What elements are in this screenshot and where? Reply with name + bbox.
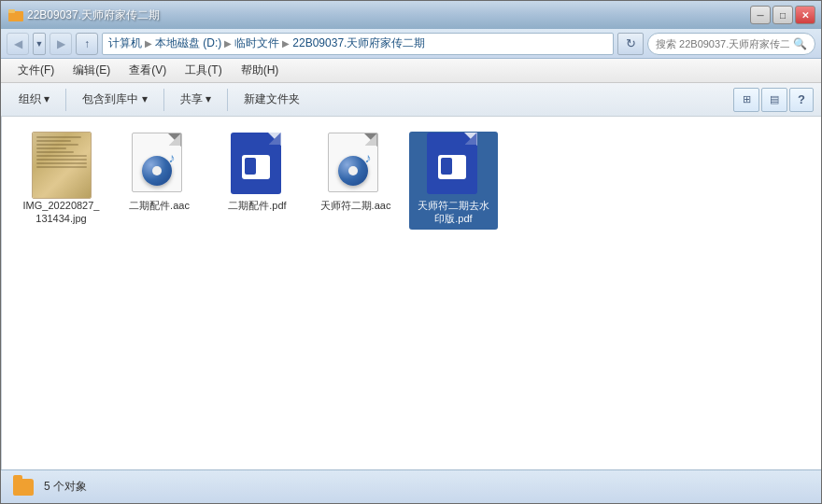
folder-small-icon [13, 479, 34, 496]
file-item-jpg[interactable]: IMG_20220827_131434.jpg [17, 132, 106, 230]
view-buttons: ⊞ ▤ [733, 88, 787, 112]
menu-tools[interactable]: 工具(T) [176, 59, 231, 82]
explorer-window: 22B09037.天师府家传二期 ─ □ ✕ ◀ ▼ ▶ ↑ 计算机 ▶ 本地磁… [0, 0, 822, 504]
file-area[interactable]: IMG_20220827_131434.jpg ♪ [2, 117, 821, 469]
help-button[interactable]: ? [789, 88, 814, 112]
file-label-aac1: 二期配件.aac [129, 199, 190, 212]
breadcrumb-bar[interactable]: 计算机 ▶ 本地磁盘 (D:) ▶ 临时文件 ▶ 22B09037.天师府家传二… [102, 33, 614, 55]
toolbar: 组织 ▾ 包含到库中 ▾ 共享 ▾ 新建文件夹 ⊞ ▤ ? [1, 83, 821, 117]
include-in-library-button[interactable]: 包含到库中 ▾ [72, 87, 157, 113]
status-folder-icon [12, 476, 35, 498]
view-mode-button[interactable]: ⊞ [733, 88, 759, 112]
organize-button[interactable]: 组织 ▾ [8, 87, 60, 113]
file-item-pdf2[interactable]: 天师符二期去水印版.pdf [409, 132, 498, 230]
jpg-icon [32, 135, 92, 195]
share-button[interactable]: 共享 ▾ [170, 87, 221, 113]
toolbar-separator-2 [163, 89, 164, 111]
menu-bar: 文件(F) 编辑(E) 查看(V) 工具(T) 帮助(H) [1, 59, 821, 83]
close-button[interactable]: ✕ [795, 6, 815, 24]
media-disc-2: ♪ [338, 156, 368, 186]
aac1-icon: ♪ [130, 135, 190, 195]
media-disc-1: ♪ [142, 156, 172, 186]
aac2-icon: ♪ [326, 135, 386, 195]
folder-title-icon [8, 7, 23, 22]
breadcrumb-temp[interactable]: 临时文件 [234, 35, 279, 51]
svg-rect-1 [8, 9, 15, 13]
file-item-aac2[interactable]: ♪ 天师符二期.aac [311, 132, 400, 230]
title-buttons: ─ □ ✕ [750, 6, 815, 24]
view-pane-button[interactable]: ▤ [761, 88, 787, 112]
file-item-aac1[interactable]: ♪ 二期配件.aac [115, 132, 204, 230]
search-icon[interactable]: 🔍 [793, 37, 807, 50]
file-label-pdf2: 天师符二期去水印版.pdf [418, 199, 489, 226]
search-input[interactable] [656, 38, 789, 49]
back-dropdown-button[interactable]: ▼ [33, 33, 46, 55]
file-item-pdf1[interactable]: 二期配件.pdf [213, 132, 302, 230]
status-bar: 5 个对象 [1, 469, 821, 503]
minimize-button[interactable]: ─ [750, 6, 771, 24]
breadcrumb-drive[interactable]: 本地磁盘 (D:) [155, 35, 221, 51]
pdf2-icon [424, 135, 484, 195]
toolbar-separator-3 [227, 89, 228, 111]
file-label-aac2: 天师符二期.aac [320, 199, 391, 212]
main-area: IMG_20220827_131434.jpg ♪ [1, 117, 821, 469]
forward-button[interactable]: ▶ [50, 33, 72, 55]
breadcrumb-computer[interactable]: 计算机 [108, 35, 142, 51]
menu-view[interactable]: 查看(V) [120, 59, 176, 82]
status-count: 5 个对象 [44, 479, 87, 495]
breadcrumb-current[interactable]: 22B09037.天师府家传二期 [292, 35, 425, 51]
back-button[interactable]: ◀ [7, 33, 29, 55]
refresh-button[interactable]: ↻ [617, 33, 644, 55]
menu-file[interactable]: 文件(F) [8, 59, 64, 82]
file-grid: IMG_20220827_131434.jpg ♪ [11, 126, 812, 235]
file-label-pdf1: 二期配件.pdf [228, 199, 286, 212]
menu-edit[interactable]: 编辑(E) [64, 59, 120, 82]
file-label-jpg: IMG_20220827_131434.jpg [23, 199, 100, 226]
search-box[interactable]: 🔍 [647, 33, 815, 55]
new-folder-button[interactable]: 新建文件夹 [234, 87, 310, 113]
toolbar-separator-1 [65, 89, 66, 111]
window-title: 22B09037.天师府家传二期 [27, 7, 160, 23]
title-bar: 22B09037.天师府家传二期 ─ □ ✕ [1, 1, 821, 29]
up-button[interactable]: ↑ [76, 33, 98, 55]
maximize-button[interactable]: □ [772, 6, 793, 24]
menu-help[interactable]: 帮助(H) [232, 59, 289, 82]
address-bar-row: ◀ ▼ ▶ ↑ 计算机 ▶ 本地磁盘 (D:) ▶ 临时文件 ▶ 22B0903… [1, 29, 821, 59]
title-bar-left: 22B09037.天师府家传二期 [8, 7, 160, 23]
pdf1-icon [228, 135, 288, 195]
